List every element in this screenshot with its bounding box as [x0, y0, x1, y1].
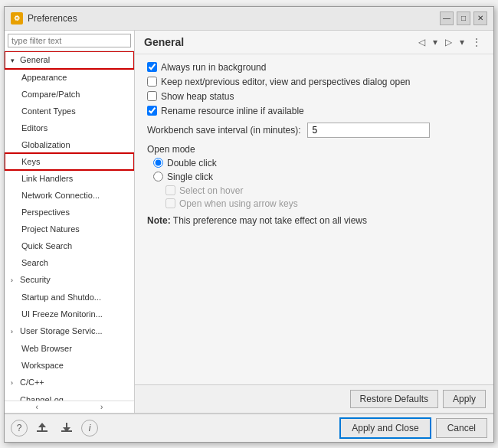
nav-back-dropdown[interactable]: ▾ [430, 35, 441, 49]
header-nav: ◁ ▾ ▷ ▾ ⋮ [415, 35, 484, 49]
export-icon-button[interactable] [32, 419, 52, 437]
label-select-hover: Select on hover [179, 185, 243, 196]
sidebar-item-globalization[interactable]: Globalization [5, 136, 134, 153]
expand-arrow-general: ▾ [11, 54, 20, 67]
sidebar-scroll-left[interactable]: ‹ [5, 401, 70, 413]
action-bar: Restore Defaults Apply [135, 384, 493, 413]
search-box [5, 31, 134, 51]
sidebar-item-security[interactable]: ›Security [5, 271, 134, 289]
svg-rect-0 [37, 430, 48, 432]
close-button[interactable]: ✕ [473, 11, 487, 25]
sidebar-item-link-handlers[interactable]: Link Handlers [5, 170, 134, 187]
apply-close-button[interactable]: Apply and Close [339, 417, 431, 439]
open-mode-section: Open mode Double click Single click Sele… [147, 144, 481, 209]
title-controls: — □ ✕ [440, 11, 487, 25]
label-show-heap[interactable]: Show heap status [161, 91, 234, 102]
sidebar-item-cpp[interactable]: ›C/C++ [5, 374, 134, 391]
content-area: ▾General Appearance Compare/Patch Conten… [5, 31, 493, 414]
expand-arrow-cpp: › [11, 376, 20, 390]
label-open-arrow: Open when using arrow keys [179, 198, 298, 209]
title-bar-left: ⚙ Preferences [11, 12, 77, 25]
main-header: General ◁ ▾ ▷ ▾ ⋮ [135, 31, 493, 54]
svg-marker-1 [38, 423, 46, 427]
restore-defaults-button[interactable]: Restore Defaults [350, 390, 438, 408]
workbench-interval-row: Workbench save interval (in minutes): [147, 123, 481, 138]
sidebar-item-general[interactable]: ▾General [5, 51, 134, 69]
bottom-bar: ? i Apply and Close Cancel [5, 414, 493, 442]
label-keep-editor[interactable]: Keep next/previous editor, view and pers… [161, 77, 411, 87]
sidebar: ▾General Appearance Compare/Patch Conten… [5, 31, 135, 413]
sidebar-item-quick-search[interactable]: Quick Search [5, 237, 134, 254]
sub-option-open-arrow: Open when using arrow keys [147, 198, 481, 209]
workbench-interval-label: Workbench save interval (in minutes): [147, 125, 301, 136]
expand-arrow-security: › [11, 273, 20, 287]
sidebar-item-editors[interactable]: Editors [5, 119, 134, 136]
checkbox-row-always-run: Always run in background [147, 62, 481, 73]
main-body: Always run in background Keep next/previ… [135, 54, 493, 384]
main-panel: General ◁ ▾ ▷ ▾ ⋮ Always run in backgrou… [135, 31, 493, 413]
sidebar-item-startup[interactable]: Startup and Shutdo... [5, 289, 134, 306]
label-double-click[interactable]: Double click [167, 158, 217, 168]
sidebar-item-changelog[interactable]: ChangeLog [5, 391, 134, 401]
search-input[interactable] [8, 34, 131, 47]
workbench-interval-input[interactable] [307, 123, 430, 138]
info-icon-button[interactable]: i [81, 420, 98, 437]
checkbox-keep-editor[interactable] [147, 77, 157, 87]
sidebar-scroll-right[interactable]: › [70, 401, 135, 413]
note-row: Note: This preference may not take effec… [147, 215, 481, 226]
checkbox-row-show-heap: Show heap status [147, 91, 481, 102]
sub-option-select-hover: Select on hover [147, 185, 481, 196]
sidebar-item-compare-patch[interactable]: Compare/Patch [5, 86, 134, 103]
expand-arrow-user-storage: › [11, 325, 20, 338]
sidebar-item-keys[interactable]: Keys [5, 153, 134, 170]
bottom-left: ? i [11, 419, 98, 437]
open-mode-label: Open mode [147, 144, 481, 155]
cancel-button[interactable]: Cancel [436, 418, 487, 438]
sidebar-item-search[interactable]: Search [5, 254, 134, 271]
label-single-click[interactable]: Single click [167, 172, 213, 182]
radio-single-click[interactable] [153, 172, 163, 181]
svg-rect-5 [66, 423, 67, 427]
radio-row-single-click: Single click [147, 172, 481, 182]
dialog-title: Preferences [28, 13, 77, 24]
checkbox-always-run[interactable] [147, 62, 157, 72]
import-icon-button[interactable] [57, 419, 77, 437]
radio-row-double-click: Double click [147, 158, 481, 168]
nav-forward-dropdown[interactable]: ▾ [457, 35, 467, 49]
sidebar-item-workspace[interactable]: Workspace [5, 357, 134, 374]
preferences-dialog: ⚙ Preferences — □ ✕ ▾General Appearance … [4, 6, 494, 443]
maximize-button[interactable]: □ [457, 11, 470, 25]
note-prefix: Note: [147, 215, 171, 226]
label-always-run[interactable]: Always run in background [161, 62, 266, 73]
sidebar-item-perspectives[interactable]: Perspectives [5, 204, 134, 221]
tree: ▾General Appearance Compare/Patch Conten… [5, 51, 134, 401]
sidebar-item-project-natures[interactable]: Project Natures [5, 221, 134, 237]
panel-title: General [144, 36, 184, 48]
checkbox-select-hover[interactable] [165, 185, 175, 195]
checkbox-rename-resource[interactable] [147, 106, 157, 116]
nav-menu-button[interactable]: ⋮ [469, 35, 484, 49]
title-bar: ⚙ Preferences — □ ✕ [5, 7, 493, 31]
checkbox-row-keep-editor: Keep next/previous editor, view and pers… [147, 77, 481, 87]
sidebar-item-user-storage[interactable]: ›User Storage Servic... [5, 322, 134, 340]
dialog-icon: ⚙ [11, 12, 23, 25]
sidebar-item-web-browser[interactable]: Web Browser [5, 340, 134, 357]
bottom-right: Apply and Close Cancel [339, 417, 487, 439]
apply-button[interactable]: Apply [443, 390, 486, 408]
nav-forward-button[interactable]: ▷ [442, 35, 455, 49]
help-icon-button[interactable]: ? [11, 420, 28, 437]
checkbox-show-heap[interactable] [147, 91, 157, 101]
note-text: This preference may not take effect on a… [173, 215, 367, 226]
radio-double-click[interactable] [153, 158, 163, 168]
label-rename-resource[interactable]: Rename resource inline if available [161, 106, 304, 116]
sidebar-item-network-connections[interactable]: Network Connectio... [5, 187, 134, 204]
checkbox-row-rename-resource: Rename resource inline if available [147, 106, 481, 116]
svg-rect-2 [41, 427, 43, 430]
minimize-button[interactable]: — [440, 11, 454, 25]
sidebar-item-appearance[interactable]: Appearance [5, 69, 134, 86]
checkbox-open-arrow[interactable] [165, 198, 175, 208]
sidebar-item-content-types[interactable]: Content Types [5, 103, 134, 119]
nav-back-button[interactable]: ◁ [415, 35, 428, 49]
sidebar-item-ui-freeze[interactable]: UI Freeze Monitorin... [5, 306, 134, 322]
